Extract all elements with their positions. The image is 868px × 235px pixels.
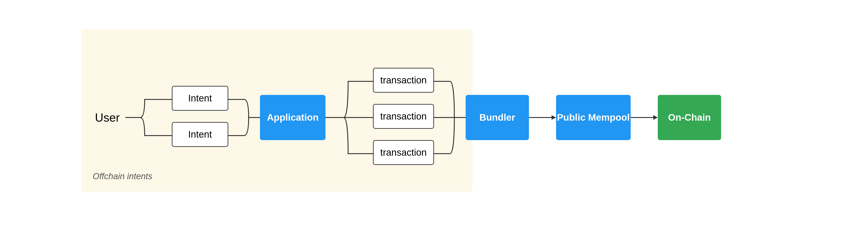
intent1-node: Intent bbox=[172, 86, 228, 111]
bundler-node: Bundler bbox=[466, 95, 529, 140]
public-mempool-node: Public Mempool bbox=[556, 95, 631, 140]
diagram-wrapper: Offchain intents bbox=[0, 0, 868, 235]
user-label: User bbox=[95, 111, 120, 124]
transaction2-node: transaction bbox=[373, 104, 434, 129]
application-node: Application bbox=[260, 95, 326, 140]
transaction3-node: transaction bbox=[373, 140, 434, 165]
on-chain-node: On-Chain bbox=[658, 95, 721, 140]
flow-container: User Intent Intent Application transacti… bbox=[0, 0, 868, 235]
transaction1-node: transaction bbox=[373, 68, 434, 93]
intent2-node: Intent bbox=[172, 122, 228, 147]
